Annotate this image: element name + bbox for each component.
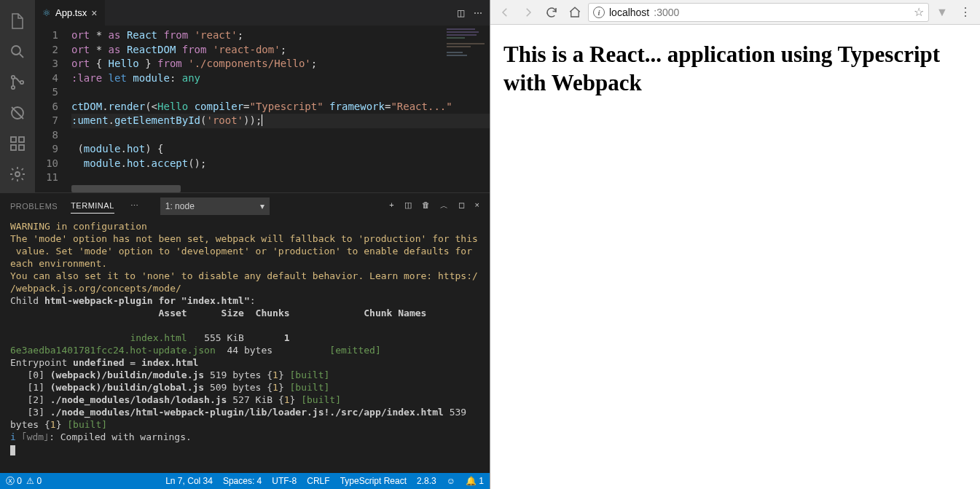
status-encoding[interactable]: UTF-8 <box>272 476 297 486</box>
status-ln-col[interactable]: Ln 7, Col 34 <box>165 476 213 486</box>
svg-rect-8 <box>19 137 24 142</box>
forward-button[interactable] <box>518 2 538 23</box>
info-icon[interactable]: i <box>593 7 605 18</box>
tab-app-tsx[interactable]: ⚛ App.tsx × <box>35 0 105 26</box>
terminal-selector[interactable]: 1: node▾ <box>160 197 270 215</box>
svg-point-0 <box>12 46 20 55</box>
svg-point-2 <box>12 86 15 89</box>
debug-icon[interactable] <box>0 98 35 128</box>
code-editor[interactable]: 1234567891011 ort * as React from 'react… <box>35 26 490 192</box>
horizontal-scrollbar[interactable] <box>71 185 181 192</box>
minimap[interactable] <box>447 28 487 79</box>
home-button[interactable] <box>565 2 585 23</box>
editor-tabs: ⚛ App.tsx × ◫ ⋯ <box>35 0 490 26</box>
close-icon[interactable]: × <box>91 7 97 19</box>
status-errors[interactable]: ⓧ 0 <box>6 475 22 488</box>
react-file-icon: ⚛ <box>42 7 51 18</box>
search-icon[interactable] <box>0 36 35 67</box>
panel-more-icon[interactable]: ⋯ <box>130 201 138 211</box>
svg-point-9 <box>15 172 20 176</box>
activity-bar <box>0 0 35 192</box>
git-icon[interactable] <box>0 67 35 98</box>
split-terminal-icon[interactable]: ◫ <box>404 200 412 211</box>
tab-label: App.tsx <box>55 7 87 18</box>
back-button[interactable] <box>495 2 515 23</box>
svg-rect-6 <box>11 145 16 150</box>
svg-point-1 <box>12 76 15 79</box>
tab-terminal[interactable]: TERMINAL <box>71 198 114 214</box>
chevron-down-icon: ▾ <box>260 201 264 211</box>
browser-window: i localhost:3000 ☆ ▼ ⋮ This is a React..… <box>490 0 980 489</box>
chevron-up-icon[interactable]: ︿ <box>440 200 448 211</box>
tab-problems[interactable]: PROBLEMS <box>10 199 58 214</box>
bookmark-icon[interactable]: ☆ <box>914 5 924 19</box>
svg-rect-5 <box>11 137 16 142</box>
status-language[interactable]: TypeScript React <box>340 476 407 486</box>
status-bell-icon[interactable]: 🔔 1 <box>466 476 484 486</box>
page-heading: This is a React... application using Typ… <box>503 41 967 98</box>
page-content: This is a React... application using Typ… <box>490 25 980 489</box>
close-panel-icon[interactable]: × <box>475 200 479 211</box>
gear-icon[interactable] <box>0 159 35 189</box>
new-terminal-icon[interactable]: + <box>389 200 393 211</box>
svg-point-3 <box>20 81 23 84</box>
panel: PROBLEMS TERMINAL ⋯ 1: node▾ + ◫ 🗑 ︿ ◻ ×… <box>0 192 490 473</box>
url-port: :3000 <box>654 7 679 18</box>
more-icon[interactable]: ⋯ <box>474 8 482 18</box>
extensions-icon[interactable] <box>0 128 35 159</box>
maximize-panel-icon[interactable]: ◻ <box>458 200 465 211</box>
svg-rect-7 <box>19 145 24 150</box>
vscode-window: ⚛ App.tsx × ◫ ⋯ 1234567891011 ort * as R… <box>0 0 490 489</box>
status-warnings[interactable]: ⚠ 0 <box>26 476 42 486</box>
status-bar: ⓧ 0 ⚠ 0 Ln 7, Col 34 Spaces: 4 UTF-8 CRL… <box>0 473 490 489</box>
reload-button[interactable] <box>541 2 562 23</box>
ext-icon[interactable]: ▼ <box>932 2 952 23</box>
terminal-output[interactable]: WARNING in configurationThe 'mode' optio… <box>0 219 490 473</box>
url-host: localhost <box>609 7 649 18</box>
status-ts-version[interactable]: 2.8.3 <box>417 476 436 486</box>
address-bar[interactable]: i localhost:3000 ☆ <box>588 3 929 22</box>
status-spaces[interactable]: Spaces: 4 <box>223 476 262 486</box>
status-eol[interactable]: CRLF <box>307 476 329 486</box>
split-editor-icon[interactable]: ◫ <box>457 8 465 18</box>
status-feedback-icon[interactable]: ☺ <box>447 476 455 486</box>
kill-terminal-icon[interactable]: 🗑 <box>422 200 430 211</box>
files-icon[interactable] <box>0 6 35 36</box>
menu-icon[interactable]: ⋮ <box>955 2 976 23</box>
browser-toolbar: i localhost:3000 ☆ ▼ ⋮ <box>490 0 980 25</box>
